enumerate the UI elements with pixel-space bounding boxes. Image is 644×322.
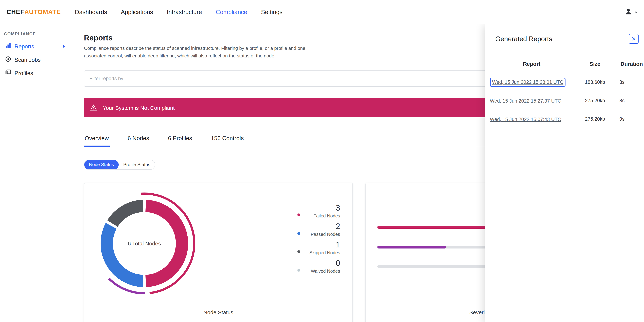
page-description: Compliance reports describe the status o…: [84, 45, 307, 60]
column-header-duration: Duration: [616, 61, 644, 67]
passed-count: 2: [336, 222, 340, 230]
sidebar-item-label: Scan Jobs: [14, 56, 41, 63]
sidebar-item-scan-jobs[interactable]: Scan Jobs: [0, 53, 70, 66]
table-row-duration-cell: 8s: [616, 98, 644, 103]
sidebar-item-label: Profiles: [14, 70, 33, 76]
nav-settings[interactable]: Settings: [261, 9, 282, 15]
passed-dot-icon: [298, 232, 300, 235]
failed-count: 3: [336, 204, 340, 212]
logo-automate-text: AUTOMATE: [24, 8, 61, 16]
nav-dashboards[interactable]: Dashboards: [75, 9, 107, 15]
donut-center-label: 6 Total Nodes: [128, 240, 161, 247]
skipped-dot-icon: [298, 250, 300, 253]
user-icon: [624, 7, 632, 17]
profile-status-toggle[interactable]: Profile Status: [119, 160, 155, 169]
skipped-count: 1: [336, 241, 340, 249]
status-toggle-group: Node Status Profile Status: [84, 160, 155, 170]
tab-profiles[interactable]: 6 Profiles: [167, 131, 193, 147]
warning-triangle-icon: [90, 104, 97, 111]
app-window: CHEFAUTOMATE Dashboards Applications Inf…: [0, 0, 644, 322]
table-row-report-cell: Wed, 15 Jun 2022 15:28:01 UTC: [489, 78, 574, 87]
report-download-link[interactable]: Wed, 15 Jun 2022 15:28:01 UTC: [490, 78, 566, 87]
table-row-duration-cell: 3s: [616, 79, 644, 85]
sidebar-item-profiles[interactable]: Profiles: [0, 66, 70, 80]
nav-compliance[interactable]: Compliance: [216, 9, 247, 15]
scan-target-icon: [5, 56, 11, 64]
sidebar-item-reports[interactable]: Reports: [0, 40, 70, 53]
report-download-link[interactable]: Wed, 15 Jun 2022 15:07:43 UTC: [490, 117, 561, 122]
tab-nodes[interactable]: 6 Nodes: [127, 131, 150, 147]
legend-item-skipped: 1 Skipped Nodes: [298, 241, 340, 255]
table-row-duration-cell: 9s: [616, 116, 644, 122]
legend-item-passed: 2 Passed Nodes: [298, 222, 340, 237]
waived-dot-icon: [298, 269, 300, 272]
chevron-down-icon: [634, 9, 638, 15]
sidebar-item-label: Reports: [14, 43, 34, 50]
card-divider: [90, 304, 346, 304]
close-icon[interactable]: ✕: [629, 34, 638, 44]
page-title: Reports: [84, 34, 113, 42]
alert-text: Your System is Not Compliant: [103, 105, 174, 111]
legend-item-waived: 0 Waived Nodes: [298, 259, 340, 274]
node-status-legend: 3 Failed Nodes 2 Passed Nodes 1 Skippe: [298, 204, 340, 274]
table-row-size-cell: 183.60kb: [574, 79, 616, 85]
sidebar: COMPLIANCE Reports Scan Jobs: [0, 24, 70, 322]
node-status-card-title: Node Status: [84, 309, 352, 315]
legend-item-failed: 3 Failed Nodes: [298, 204, 340, 218]
waived-label: Waived Nodes: [311, 269, 340, 274]
bar-chart-icon: [5, 43, 11, 50]
table-row-size-cell: 275.20kb: [574, 116, 616, 122]
user-menu[interactable]: [624, 0, 638, 24]
nav-infrastructure[interactable]: Infrastructure: [167, 9, 202, 15]
skipped-label: Skipped Nodes: [309, 250, 340, 255]
failed-dot-icon: [298, 213, 300, 216]
panel-title: Generated Reports: [495, 35, 552, 43]
logo-chef-text: CHEF: [6, 8, 24, 16]
primary-nav: Dashboards Applications Infrastructure C…: [75, 0, 282, 24]
chef-automate-logo[interactable]: CHEFAUTOMATE: [6, 0, 61, 24]
node-status-card: 6 Total Nodes 3 Failed Nodes 2 Passed No…: [84, 183, 353, 322]
generated-reports-panel: Generated Reports ✕ Report Size Duration…: [485, 24, 644, 322]
failed-label: Failed Nodes: [314, 213, 340, 218]
column-header-size: Size: [574, 61, 616, 67]
node-status-toggle[interactable]: Node Status: [84, 160, 119, 169]
tab-controls[interactable]: 156 Controls: [210, 131, 244, 147]
waived-count: 0: [336, 259, 340, 267]
nav-applications[interactable]: Applications: [121, 9, 153, 15]
table-row-report-cell: Wed, 15 Jun 2022 15:27:37 UTC: [489, 97, 574, 104]
sidebar-heading: COMPLIANCE: [4, 32, 70, 36]
table-row-size-cell: 275.20kb: [574, 98, 616, 103]
top-navbar: CHEFAUTOMATE Dashboards Applications Inf…: [0, 0, 644, 24]
table-row-report-cell: Wed, 15 Jun 2022 15:07:43 UTC: [489, 116, 574, 122]
column-header-report: Report: [489, 61, 574, 67]
tab-overview[interactable]: Overview: [84, 131, 110, 147]
profiles-stack-icon: [5, 69, 11, 77]
passed-label: Passed Nodes: [310, 232, 340, 237]
generated-reports-table: Report Size Duration Wed, 15 Jun 2022 15…: [489, 54, 644, 128]
report-download-link[interactable]: Wed, 15 Jun 2022 15:27:37 UTC: [490, 98, 561, 104]
chevron-right-icon: [62, 43, 66, 50]
